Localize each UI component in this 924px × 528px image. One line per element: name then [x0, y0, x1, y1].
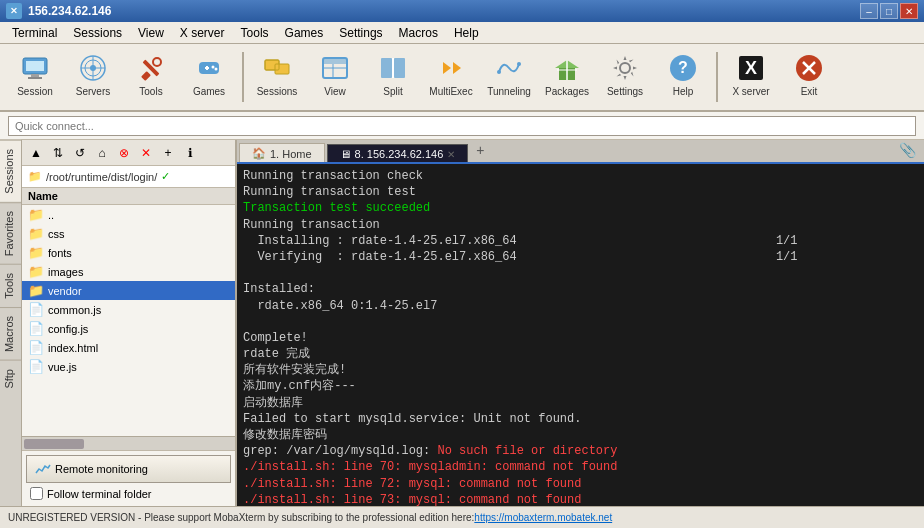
xserver-label: X server [732, 86, 769, 97]
file-icon-configjs: 📄 [28, 321, 44, 336]
toolbar-multiexec[interactable]: MultiExec [424, 47, 478, 107]
folder-icon-images: 📁 [28, 264, 44, 279]
svg-rect-11 [141, 71, 151, 81]
toolbar: Session Servers Tools [0, 44, 924, 112]
horizontal-scrollbar[interactable] [22, 436, 235, 450]
sidebar-tab-tools[interactable]: Tools [0, 264, 21, 307]
remote-monitoring-button[interactable]: Remote monitoring [26, 455, 231, 483]
file-item-fonts[interactable]: 📁 fonts [22, 243, 235, 262]
svg-text:?: ? [678, 59, 688, 76]
svg-text:X: X [745, 58, 757, 78]
toolbar-tunneling[interactable]: Tunneling [482, 47, 536, 107]
file-tool-delete[interactable]: ✕ [136, 143, 156, 163]
follow-folder-checkbox[interactable] [30, 487, 43, 500]
menu-sessions[interactable]: Sessions [65, 24, 130, 42]
xserver-icon: X [735, 52, 767, 84]
file-tool-refresh[interactable]: ↺ [70, 143, 90, 163]
tab-home[interactable]: 🏠 1. Home [239, 143, 325, 162]
sidebar-tab-sftp[interactable]: Sftp [0, 360, 21, 397]
file-item-vuejs[interactable]: 📄 vue.js [22, 357, 235, 376]
terminal-line: ./install.sh: line 72: mysql: command no… [243, 476, 918, 492]
toolbar-split[interactable]: Split [366, 47, 420, 107]
exit-icon [793, 52, 825, 84]
tunneling-label: Tunneling [487, 86, 531, 97]
file-list-header: Name [22, 188, 235, 205]
menu-bar: Terminal Sessions View X server Tools Ga… [0, 22, 924, 44]
menu-terminal[interactable]: Terminal [4, 24, 65, 42]
file-item-commonjs[interactable]: 📄 common.js [22, 300, 235, 319]
tab-attach-icon[interactable]: 📎 [891, 138, 924, 162]
toolbar-packages[interactable]: Packages [540, 47, 594, 107]
file-name-configjs: config.js [48, 323, 88, 335]
split-icon [377, 52, 409, 84]
file-item-configjs[interactable]: 📄 config.js [22, 319, 235, 338]
terminal-line: ./install.sh: line 73: mysql: command no… [243, 492, 918, 506]
terminal-line: Running transaction test [243, 184, 918, 200]
terminal-line: Installing : rdate-1.4-25.el7.x86_64 1/1 [243, 233, 918, 249]
menu-games[interactable]: Games [277, 24, 332, 42]
terminal-line: 启动数据库 [243, 395, 918, 411]
toolbar-session[interactable]: Session [8, 47, 62, 107]
file-icon-commonjs: 📄 [28, 302, 44, 317]
sidebar-tab-favorites[interactable]: Favorites [0, 202, 21, 264]
sidebar-tab-sessions[interactable]: Sessions [0, 140, 21, 202]
menu-view[interactable]: View [130, 24, 172, 42]
menu-settings[interactable]: Settings [331, 24, 390, 42]
toolbar-sessions[interactable]: Sessions [250, 47, 304, 107]
file-panel: ▲ ⇅ ↺ ⌂ ⊗ ✕ + ℹ 📁 /root/runtime/dist/log… [22, 140, 237, 506]
file-tool-up[interactable]: ▲ [26, 143, 46, 163]
file-tool-stop[interactable]: ⊗ [114, 143, 134, 163]
toolbar-xserver[interactable]: X X server [724, 47, 778, 107]
toolbar-sep2 [716, 52, 718, 102]
toolbar-help[interactable]: ? Help [656, 47, 710, 107]
close-button[interactable]: ✕ [900, 3, 918, 19]
menu-help[interactable]: Help [446, 24, 487, 42]
toolbar-exit[interactable]: Exit [782, 47, 836, 107]
tab-add-button[interactable]: + [468, 138, 492, 162]
terminal-line: 添加my.cnf内容--- [243, 378, 918, 394]
menu-tools[interactable]: Tools [233, 24, 277, 42]
toolbar-settings[interactable]: Settings [598, 47, 652, 107]
toolbar-tools[interactable]: Tools [124, 47, 178, 107]
status-link[interactable]: https://mobaxterm.mobatek.net [474, 512, 612, 523]
file-tool-newfile[interactable]: + [158, 143, 178, 163]
terminal-line: rdate 完成 [243, 346, 918, 362]
file-tool-home[interactable]: ⌂ [92, 143, 112, 163]
window-title: 156.234.62.146 [28, 4, 111, 18]
file-tool-sync[interactable]: ⇅ [48, 143, 68, 163]
file-icon-vuejs: 📄 [28, 359, 44, 374]
folder-icon-css: 📁 [28, 226, 44, 241]
terminal-line [243, 314, 918, 330]
file-name-dotdot: .. [48, 209, 54, 221]
svg-point-33 [620, 63, 630, 73]
quick-connect-input[interactable] [8, 116, 916, 136]
file-item-images[interactable]: 📁 images [22, 262, 235, 281]
terminal-line: Transaction test succeeded [243, 200, 918, 216]
minimize-button[interactable]: – [860, 3, 878, 19]
file-item-css[interactable]: 📁 css [22, 224, 235, 243]
games-icon [193, 52, 225, 84]
file-item-dotdot[interactable]: 📁 .. [22, 205, 235, 224]
svg-point-10 [153, 58, 161, 66]
file-panel-bottom: Remote monitoring Follow terminal folder [22, 450, 235, 506]
file-tool-info[interactable]: ℹ [180, 143, 200, 163]
terminal-line: Installed: [243, 281, 918, 297]
menu-xserver[interactable]: X server [172, 24, 233, 42]
servers-label: Servers [76, 86, 110, 97]
file-item-vendor[interactable]: 📁 vendor [22, 281, 235, 300]
maximize-button[interactable]: □ [880, 3, 898, 19]
file-item-indexhtml[interactable]: 📄 index.html [22, 338, 235, 357]
toolbar-view[interactable]: View [308, 47, 362, 107]
tab-server[interactable]: 🖥 8. 156.234.62.146 ✕ [327, 144, 469, 162]
terminal[interactable]: Running transaction check Running transa… [237, 164, 924, 506]
tools-label: Tools [139, 86, 162, 97]
tab-home-label: 1. Home [270, 148, 312, 160]
menu-macros[interactable]: Macros [391, 24, 446, 42]
sidebar-tabs: Sessions Favorites Tools Macros Sftp [0, 140, 22, 506]
toolbar-games[interactable]: Games [182, 47, 236, 107]
terminal-line [243, 265, 918, 281]
sessions-label: Sessions [257, 86, 298, 97]
tab-close-button[interactable]: ✕ [447, 149, 455, 160]
toolbar-servers[interactable]: Servers [66, 47, 120, 107]
sidebar-tab-macros[interactable]: Macros [0, 307, 21, 360]
